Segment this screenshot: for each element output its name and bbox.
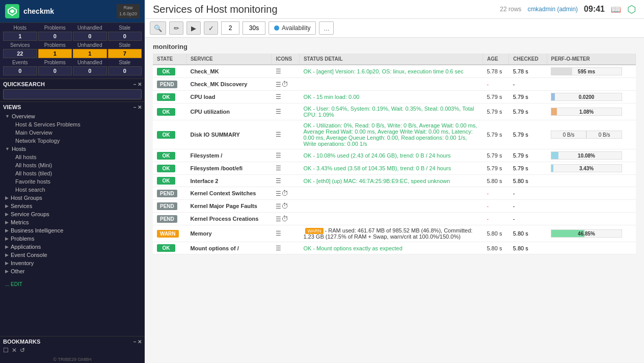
service-name-cell[interactable]: Interface 2 — [186, 175, 272, 187]
service-name[interactable]: Interface 2 — [190, 178, 218, 184]
events-stale[interactable]: 0 — [108, 66, 142, 75]
run-button[interactable]: ▶ — [186, 21, 201, 35]
sidebar-item-other[interactable]: ▶Other — [3, 267, 142, 275]
sidebar-item-network-topology[interactable]: Network Topology — [3, 137, 142, 145]
quicksearch-controls[interactable]: – ✕ — [133, 82, 142, 87]
page-title: Services of Host monitoring — [153, 4, 278, 15]
sidebar-item-hosts[interactable]: ▼Hosts — [3, 145, 142, 153]
quicksearch-input[interactable] — [3, 89, 142, 99]
menu-icon[interactable]: ☰ — [276, 68, 281, 75]
edit-views-link[interactable]: ... EDIT — [5, 281, 22, 287]
service-name-cell[interactable]: Check_MK — [186, 65, 272, 78]
service-name[interactable]: Check_MK Discovery — [190, 81, 247, 87]
search-button[interactable]: 🔍 — [150, 21, 166, 35]
service-name[interactable]: Memory — [190, 230, 211, 237]
services-unhandled[interactable]: 1 — [73, 49, 107, 58]
table-row: OKCheck_MK☰OK - [agent] Version: 1.6.0p2… — [153, 65, 636, 78]
service-name[interactable]: Kernel Process Creations — [190, 216, 258, 222]
edit-button[interactable]: ✏ — [169, 21, 183, 35]
menu-icon[interactable]: ☰ — [276, 93, 281, 100]
service-name-cell[interactable]: Filesystem /boot/efi — [186, 162, 272, 175]
hosts-count[interactable]: 1 — [3, 32, 37, 41]
events-problems-label: Problems — [38, 60, 72, 65]
events-unhandled[interactable]: 0 — [73, 66, 107, 75]
service-name-cell[interactable]: Kernel Process Creations — [186, 213, 272, 225]
menu-icon[interactable]: ☰ — [276, 230, 281, 237]
bookmarks-controls[interactable]: – ✕ — [133, 339, 142, 345]
hosts-stale[interactable]: 0 — [108, 32, 142, 41]
menu-icon[interactable]: ☰ — [276, 177, 281, 185]
service-name-cell[interactable]: Memory — [186, 225, 272, 242]
service-name[interactable]: Filesystem /boot/efi — [190, 165, 243, 171]
age-cell: 5.80 s — [482, 225, 508, 242]
state-badge: WARN — [157, 230, 179, 238]
events-problems[interactable]: 0 — [38, 66, 72, 75]
bookmarks-label: BOOKMARKS — [3, 339, 40, 345]
availability-button[interactable]: Availability — [269, 21, 316, 35]
more-button[interactable]: ... — [319, 21, 334, 35]
service-name[interactable]: Disk IO SUMMARY — [190, 132, 239, 138]
menu-icon[interactable]: ☰ — [276, 152, 281, 159]
sidebar-item-metrics[interactable]: ▶Metrics — [3, 218, 142, 226]
sidebar-item-all-hosts-tiled[interactable]: All hosts (tiled) — [3, 169, 142, 177]
service-name-cell[interactable]: Mount options of / — [186, 242, 272, 254]
service-name[interactable]: Kernel Context Switches — [190, 190, 256, 196]
service-name-cell[interactable]: Kernel Major Page Faults — [186, 200, 272, 213]
sidebar-item-applications[interactable]: ▶Applications — [3, 243, 142, 251]
sidebar-item-all-hosts[interactable]: All hosts — [3, 153, 142, 161]
hosts-unhandled[interactable]: 0 — [73, 32, 107, 41]
service-name-cell[interactable]: Filesystem / — [186, 149, 272, 162]
sidebar-item-services[interactable]: ▶Services — [3, 202, 142, 210]
hosts-problems[interactable]: 0 — [38, 32, 72, 41]
sidebar-item-inventory[interactable]: ▶Inventory — [3, 259, 142, 267]
service-name-cell[interactable]: CPU load — [186, 91, 272, 103]
book-icon[interactable]: 📖 — [611, 5, 621, 14]
sidebar-item-overview[interactable]: ▼Overview — [3, 112, 142, 120]
sidebar-item-main-overview[interactable]: Main Overview — [3, 128, 142, 137]
state-badge: OK — [157, 93, 175, 101]
service-name-cell[interactable]: CPU utilization — [186, 103, 272, 120]
service-name[interactable]: Filesystem / — [190, 152, 222, 159]
menu-icon[interactable]: ☰ — [276, 131, 281, 138]
services-stale[interactable]: 7 — [108, 49, 142, 58]
menu-icon[interactable]: ☰ — [276, 108, 281, 115]
bookmark-refresh-icon[interactable]: ↺ — [20, 347, 25, 354]
bookmark-remove-icon[interactable]: ✕ — [12, 347, 17, 354]
service-name[interactable]: Mount options of / — [190, 245, 238, 251]
sidebar-item-event-console[interactable]: ▶Event Console — [3, 251, 142, 259]
service-name-cell[interactable]: Kernel Context Switches — [186, 187, 272, 200]
status-detail-cell: OK - Mount options exactly as expected — [299, 242, 482, 254]
interval-input[interactable]: 30s — [243, 21, 265, 35]
menu-icon[interactable]: ☰ — [276, 190, 281, 197]
bookmark-add-icon[interactable]: ☐ — [3, 347, 9, 354]
services-unhandled-label: Unhandled — [73, 42, 107, 48]
menu-icon[interactable]: ☰ — [276, 203, 281, 210]
service-name[interactable]: Check_MK — [190, 68, 219, 74]
service-name-cell[interactable]: Check_MK Discovery — [186, 78, 272, 91]
service-name[interactable]: Kernel Major Page Faults — [190, 203, 257, 209]
sidebar-item-problems[interactable]: ▶Problems — [3, 235, 142, 243]
sidebar-item-host-search[interactable]: Host search — [3, 186, 142, 194]
sidebar-item-host-services-problems[interactable]: Host & Services Problems — [3, 120, 142, 128]
services-problems[interactable]: 1 — [38, 49, 72, 58]
services-count[interactable]: 22 — [3, 49, 37, 58]
menu-icon[interactable]: ☰ — [276, 245, 281, 252]
menu-icon[interactable]: ☰ — [276, 81, 281, 88]
sidebar-item-all-hosts-mini[interactable]: All hosts (Mini) — [3, 161, 142, 169]
num-input[interactable]: 2 — [221, 21, 239, 35]
service-name-cell[interactable]: Disk IO SUMMARY — [186, 120, 272, 149]
sidebar-item-host-groups[interactable]: ▶Host Groups — [3, 194, 142, 202]
checkmk-top-icon[interactable]: ⬡ — [627, 3, 636, 15]
menu-icon[interactable]: ☰ — [276, 165, 281, 172]
sidebar-item-favorite-hosts[interactable]: Favorite hosts — [3, 177, 142, 186]
check-button[interactable]: ✓ — [204, 21, 218, 35]
user-link[interactable]: cmkadmin (admin) — [527, 6, 578, 13]
sidebar-item-business-intelligence[interactable]: ▶Business Intelligence — [3, 226, 142, 235]
views-controls[interactable]: – ✕ — [133, 105, 142, 110]
sidebar-item-service-groups[interactable]: ▶Service Groups — [3, 210, 142, 218]
menu-icon[interactable]: ☰ — [276, 216, 281, 223]
service-name[interactable]: CPU load — [190, 94, 215, 100]
events-count[interactable]: 0 — [3, 66, 37, 75]
service-name[interactable]: CPU utilization — [190, 109, 230, 115]
perf-cell — [547, 242, 635, 254]
